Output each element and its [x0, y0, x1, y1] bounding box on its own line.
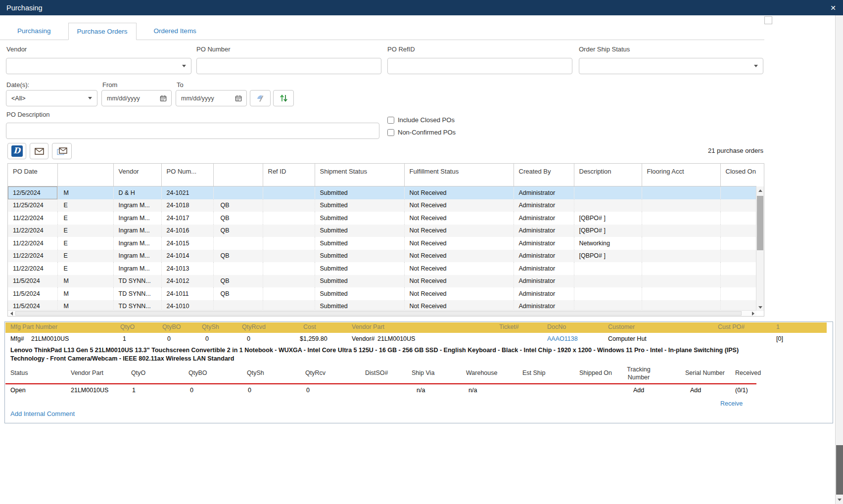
received-count-link[interactable]: (0/1) [735, 387, 748, 394]
cell-ref_id [263, 199, 315, 212]
cell-created_by: Administrator [514, 275, 574, 288]
dh-button[interactable]: D [7, 143, 26, 159]
non-confirmed-checkbox[interactable] [387, 129, 394, 136]
page-scrollbar[interactable] [835, 15, 843, 504]
dates-label: Date(s): [6, 81, 29, 89]
receive-link[interactable]: Receive [720, 400, 743, 407]
column-header-created_by[interactable]: Created By [514, 164, 574, 186]
cell-flooring_acct [642, 287, 720, 300]
table-horizontal-scrollbar[interactable] [8, 310, 756, 316]
po-row[interactable]: 11/22/2024EIngram M...24-1016QBSubmitted… [8, 225, 756, 237]
tab-purchase-orders[interactable]: Purchase Orders [68, 23, 137, 40]
cell-shipment_status: Submitted [315, 300, 404, 311]
cell-po_date: 11/25/2024 [8, 199, 57, 212]
table-hscroll-thumb[interactable] [15, 311, 742, 316]
envelope-icon [35, 148, 44, 155]
page-scroll-down-button[interactable] [836, 496, 843, 504]
cell-po_date: 11/22/2024 [8, 225, 57, 237]
po-number-field [196, 58, 381, 74]
serial-add-link[interactable]: Add [690, 387, 701, 394]
dates-select[interactable]: <All> [6, 90, 97, 106]
po-table-body: 12/5/2024MD & H24-1021SubmittedNot Recei… [8, 186, 756, 310]
line-header-ship-via: Ship Via [412, 369, 434, 376]
tab-ordered-items[interactable]: Ordered Items [145, 23, 205, 40]
column-header-flooring_acct[interactable]: Flooring Acct [642, 164, 720, 186]
cell-created_by: Administrator [514, 300, 574, 311]
to-date-input[interactable] [176, 91, 235, 106]
column-header-shipment_status[interactable]: Shipment Status [315, 164, 404, 186]
line-header-tracking: Tracking Number [623, 366, 655, 381]
po-row[interactable]: 11/25/2024EIngram M...24-1018QBSubmitted… [8, 199, 756, 212]
po-row[interactable]: 11/22/2024EIngram M...24-1017QBSubmitted… [8, 212, 756, 225]
cell-po_num: 24-1016 [161, 225, 213, 237]
cell-shipment_status: Submitted [315, 212, 404, 225]
refresh-icon [280, 93, 288, 103]
line-vendor-part: 21LM0010US [71, 387, 108, 394]
cell-po_date: 11/5/2024 [8, 300, 57, 311]
column-header-qb[interactable] [213, 164, 263, 186]
cell-ref_id [263, 225, 315, 237]
column-header-flag[interactable] [57, 164, 113, 186]
cell-flooring_acct [642, 262, 720, 275]
cell-flag: M [57, 287, 113, 300]
vendor-select[interactable] [6, 58, 191, 74]
table-vertical-scrollbar[interactable] [756, 186, 764, 311]
clear-filter-button[interactable] [250, 90, 271, 106]
cell-description: [QBPO# ] [574, 212, 642, 225]
po-refid-input[interactable] [388, 58, 572, 74]
forward-email-button[interactable] [52, 143, 72, 159]
detail-header-line-count: 1 [776, 322, 780, 332]
page-scrollbar-thumb[interactable] [836, 445, 843, 495]
scroll-left-icon [10, 312, 13, 316]
include-closed-checkbox[interactable] [387, 117, 394, 124]
scroll-up-button[interactable] [756, 186, 764, 194]
column-header-closed_on[interactable]: Closed On [720, 164, 756, 186]
column-header-ref_id[interactable]: Ref ID [263, 164, 315, 186]
po-row[interactable]: 11/22/2024EIngram M...24-1014QBSubmitted… [8, 250, 756, 263]
cell-description: [QBPO# ] [574, 250, 642, 263]
scroll-left-button[interactable] [8, 311, 15, 316]
cell-closed_on [720, 275, 756, 288]
line-header-warehouse: Warehouse [466, 369, 497, 376]
tracking-add-link[interactable]: Add [623, 387, 655, 394]
cell-po_num: 24-1012 [161, 275, 213, 288]
cell-flag: E [57, 212, 113, 225]
dh-logo-icon: D [11, 145, 23, 157]
po-row[interactable]: 11/5/2024MTD SYNN...24-1012QBSubmittedNo… [8, 275, 756, 288]
cell-description [574, 300, 642, 311]
cell-vendor: Ingram M... [113, 250, 161, 263]
cell-flooring_acct [642, 237, 720, 250]
add-internal-comment-link[interactable]: Add Internal Comment [10, 410, 75, 417]
detail-panel: Mfg Part Number QtyO QtyBO QtySh QtyRcvd… [4, 321, 833, 423]
scroll-down-button[interactable] [756, 303, 764, 311]
close-button[interactable]: ✕ [828, 3, 838, 13]
cell-flag: E [57, 237, 113, 250]
refresh-button[interactable] [273, 90, 294, 106]
detail-header-mfg-part: Mfg Part Number [10, 322, 57, 332]
column-header-fulfillment_status[interactable]: Fulfillment Status [404, 164, 514, 186]
from-date-input[interactable] [102, 91, 160, 106]
column-header-description[interactable]: Description [574, 164, 642, 186]
product-description: Lenovo ThinkPad L13 Gen 5 21LM0010US 13.… [10, 346, 755, 363]
po-number-label: PO Number [196, 46, 231, 53]
scroll-right-button[interactable] [749, 311, 756, 316]
po-row[interactable]: 11/5/2024MTD SYNN...24-1010SubmittedNot … [8, 300, 756, 311]
po-number-input[interactable] [197, 58, 381, 74]
docno-link[interactable]: AAAO1138 [547, 335, 578, 342]
po-row[interactable]: 11/22/2024EIngram M...24-1013SubmittedNo… [8, 262, 756, 275]
po-row[interactable]: 12/5/2024MD & H24-1021SubmittedNot Recei… [8, 186, 756, 199]
cell-fulfillment_status: Not Received [404, 199, 514, 212]
po-description-input[interactable] [6, 123, 379, 138]
line-header-serial: Serial Number [685, 369, 725, 376]
column-header-vendor[interactable]: Vendor [113, 164, 161, 186]
column-header-po_date[interactable]: PO Date [8, 164, 57, 186]
po-row[interactable]: 11/22/2024EIngram M...24-1015SubmittedNo… [8, 237, 756, 250]
email-button[interactable] [30, 143, 48, 159]
table-vscroll-thumb[interactable] [757, 196, 763, 250]
cell-fulfillment_status: Not Received [404, 186, 514, 199]
order-ship-status-select[interactable] [579, 58, 763, 74]
po-row[interactable]: 11/5/2024MTD SYNN...24-1011QBSubmittedNo… [8, 287, 756, 300]
column-header-po_num[interactable]: PO Num... [161, 164, 213, 186]
cell-shipment_status: Submitted [315, 237, 404, 250]
tab-purchasing[interactable]: Purchasing [9, 23, 59, 40]
